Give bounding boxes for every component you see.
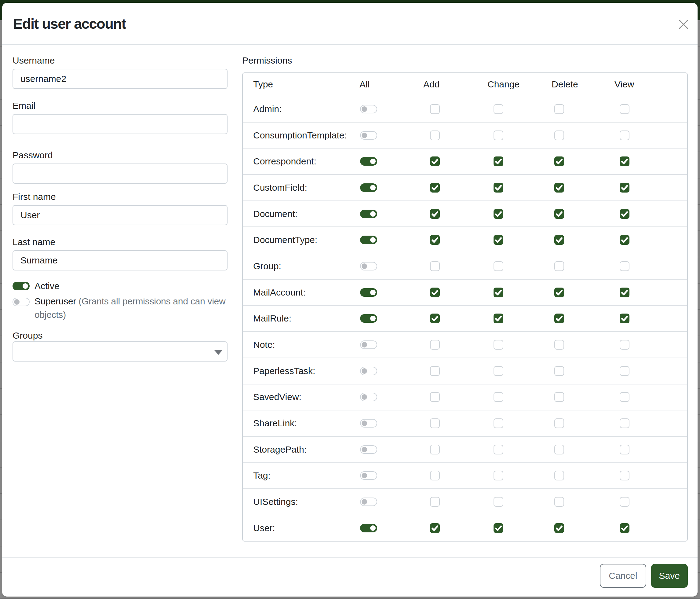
permission-all-toggle[interactable] xyxy=(360,157,377,166)
permission-all-toggle[interactable] xyxy=(360,183,377,192)
permission-delete-checkbox[interactable] xyxy=(554,183,564,193)
permission-view-checkbox[interactable] xyxy=(620,445,629,454)
permission-add-checkbox[interactable] xyxy=(430,235,440,245)
permission-all-toggle[interactable] xyxy=(360,314,377,323)
permission-all-toggle[interactable] xyxy=(360,105,377,113)
permission-delete-checkbox[interactable] xyxy=(554,130,564,140)
permission-all-toggle[interactable] xyxy=(360,340,377,349)
permission-view-checkbox[interactable] xyxy=(620,235,629,245)
permission-all-toggle[interactable] xyxy=(360,262,377,270)
permission-delete-checkbox[interactable] xyxy=(554,445,564,454)
permission-change-checkbox[interactable] xyxy=(494,392,503,402)
permission-view-checkbox[interactable] xyxy=(620,471,629,480)
permission-delete-checkbox[interactable] xyxy=(554,392,564,402)
permission-add-checkbox[interactable] xyxy=(430,445,440,454)
email-input[interactable] xyxy=(12,114,227,134)
permission-change-checkbox[interactable] xyxy=(494,418,503,428)
username-label: Username xyxy=(12,55,227,66)
close-button[interactable] xyxy=(674,15,693,34)
permission-change-checkbox[interactable] xyxy=(494,445,503,454)
permission-add-checkbox[interactable] xyxy=(430,471,440,480)
permission-delete-checkbox[interactable] xyxy=(554,209,564,219)
permission-view-checkbox[interactable] xyxy=(620,130,629,140)
active-toggle[interactable] xyxy=(12,282,30,290)
permission-change-checkbox[interactable] xyxy=(494,130,503,140)
permission-add-checkbox[interactable] xyxy=(430,209,440,219)
permission-view-checkbox[interactable] xyxy=(620,314,629,324)
permission-delete-checkbox[interactable] xyxy=(554,235,564,245)
password-input[interactable] xyxy=(12,164,227,184)
permission-add-checkbox[interactable] xyxy=(430,183,440,193)
username-input[interactable] xyxy=(12,69,227,89)
permission-add-checkbox[interactable] xyxy=(430,497,440,507)
permission-view-checkbox[interactable] xyxy=(620,261,629,271)
permission-change-checkbox[interactable] xyxy=(494,523,503,533)
permission-all-toggle[interactable] xyxy=(360,131,377,140)
permission-change-checkbox[interactable] xyxy=(494,471,503,480)
permission-add-checkbox[interactable] xyxy=(430,288,440,297)
permission-type-label: Note: xyxy=(253,339,275,350)
permission-all-toggle[interactable] xyxy=(360,498,377,506)
toggle-knob xyxy=(361,106,367,112)
permission-add-checkbox[interactable] xyxy=(430,261,440,271)
permission-add-checkbox[interactable] xyxy=(430,157,440,166)
permission-view-checkbox[interactable] xyxy=(620,104,629,114)
permission-all-toggle[interactable] xyxy=(360,471,377,480)
save-button[interactable]: Save xyxy=(651,564,688,588)
first-name-input[interactable] xyxy=(12,205,227,225)
groups-select[interactable] xyxy=(12,341,227,362)
permission-view-checkbox[interactable] xyxy=(620,392,629,402)
permission-delete-checkbox[interactable] xyxy=(554,366,564,376)
permission-add-checkbox[interactable] xyxy=(430,366,440,376)
permission-view-checkbox[interactable] xyxy=(620,366,629,376)
permission-change-checkbox[interactable] xyxy=(494,366,503,376)
permission-delete-checkbox[interactable] xyxy=(554,288,564,297)
last-name-input[interactable] xyxy=(12,250,227,270)
permission-type-label: MailRule: xyxy=(253,313,291,324)
permission-add-checkbox[interactable] xyxy=(430,130,440,140)
permission-all-toggle[interactable] xyxy=(360,288,377,297)
permission-change-checkbox[interactable] xyxy=(494,157,503,166)
permission-all-toggle[interactable] xyxy=(360,419,377,428)
superuser-toggle[interactable] xyxy=(12,298,30,306)
permission-delete-checkbox[interactable] xyxy=(554,261,564,271)
permission-delete-checkbox[interactable] xyxy=(554,523,564,533)
permission-add-checkbox[interactable] xyxy=(430,523,440,533)
permission-delete-checkbox[interactable] xyxy=(554,340,564,350)
permission-change-checkbox[interactable] xyxy=(494,183,503,193)
permission-add-checkbox[interactable] xyxy=(430,104,440,114)
permission-delete-checkbox[interactable] xyxy=(554,104,564,114)
permission-delete-checkbox[interactable] xyxy=(554,497,564,507)
permission-add-checkbox[interactable] xyxy=(430,314,440,324)
permission-change-checkbox[interactable] xyxy=(494,497,503,507)
permission-change-checkbox[interactable] xyxy=(494,340,503,350)
permission-all-toggle[interactable] xyxy=(360,524,377,532)
permission-delete-checkbox[interactable] xyxy=(554,418,564,428)
permission-change-checkbox[interactable] xyxy=(494,314,503,324)
permission-all-toggle[interactable] xyxy=(360,445,377,454)
permission-view-checkbox[interactable] xyxy=(620,497,629,507)
permission-all-toggle[interactable] xyxy=(360,367,377,375)
permission-all-toggle[interactable] xyxy=(360,236,377,244)
permission-change-checkbox[interactable] xyxy=(494,209,503,219)
permission-all-toggle[interactable] xyxy=(360,210,377,218)
permission-add-checkbox[interactable] xyxy=(430,392,440,402)
permission-view-checkbox[interactable] xyxy=(620,183,629,193)
permission-view-checkbox[interactable] xyxy=(620,157,629,166)
permission-delete-checkbox[interactable] xyxy=(554,471,564,480)
permission-add-checkbox[interactable] xyxy=(430,418,440,428)
permission-change-checkbox[interactable] xyxy=(494,104,503,114)
permission-view-checkbox[interactable] xyxy=(620,523,629,533)
permission-view-checkbox[interactable] xyxy=(620,209,629,219)
permission-delete-checkbox[interactable] xyxy=(554,157,564,166)
permission-change-checkbox[interactable] xyxy=(494,288,503,297)
permission-change-checkbox[interactable] xyxy=(494,235,503,245)
permission-all-toggle[interactable] xyxy=(360,393,377,401)
permission-change-checkbox[interactable] xyxy=(494,261,503,271)
permission-view-checkbox[interactable] xyxy=(620,340,629,350)
permission-delete-checkbox[interactable] xyxy=(554,314,564,324)
permission-view-checkbox[interactable] xyxy=(620,288,629,297)
permission-add-checkbox[interactable] xyxy=(430,340,440,350)
permission-view-checkbox[interactable] xyxy=(620,418,629,428)
cancel-button[interactable]: Cancel xyxy=(600,564,646,588)
